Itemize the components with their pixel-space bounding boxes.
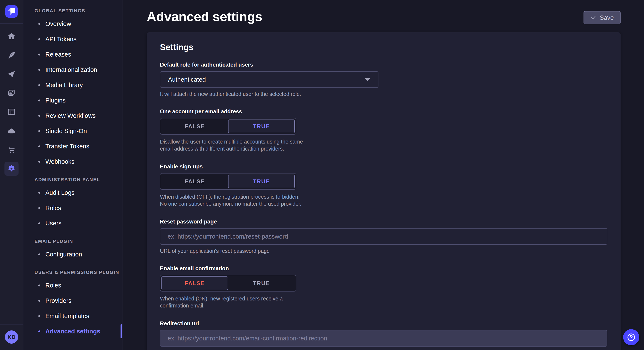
default-role-selected-value: Authenticated <box>168 76 206 83</box>
enable-signups-false-option[interactable]: FALSE <box>162 175 228 188</box>
sidebar-item-email-templates[interactable]: Email templates <box>34 308 122 324</box>
one-account-label: One account per email address <box>160 108 607 115</box>
home-icon[interactable] <box>7 32 16 41</box>
card-heading: Settings <box>160 42 607 52</box>
sidebar-item-releases[interactable]: Releases <box>34 47 122 62</box>
email-confirmation-toggle: FALSE TRUE <box>160 275 296 292</box>
field-email-confirmation: Enable email confirmation FALSE TRUE Whe… <box>160 265 607 309</box>
default-role-label: Default role for authenticated users <box>160 61 607 68</box>
app-window: KD GLOBAL SETTINGS Overview API Tokens R… <box>0 0 644 350</box>
gear-icon <box>7 164 16 173</box>
reset-password-hint: URL of your application's reset password… <box>160 248 607 254</box>
question-mark-icon <box>626 333 636 342</box>
bullet-icon <box>38 69 40 71</box>
enable-signups-toggle: FALSE TRUE <box>160 173 296 190</box>
sidebar-item-admin-roles[interactable]: Roles <box>34 200 122 216</box>
bullet-icon <box>38 300 40 302</box>
bullet-icon <box>38 23 40 25</box>
field-reset-password: Reset password page URL of your applicat… <box>160 218 607 254</box>
bullet-icon <box>38 285 40 286</box>
bullet-icon <box>38 115 40 117</box>
bullet-icon <box>38 331 40 332</box>
sidebar-item-internationalization[interactable]: Internationalization <box>34 62 122 77</box>
email-confirmation-description: When enabled (ON), new registered users … <box>160 295 307 309</box>
sidebar-item-advanced-settings[interactable]: Advanced settings <box>34 324 122 339</box>
sidebar-item-media-library[interactable]: Media Library <box>34 77 122 93</box>
logo-square <box>10 8 15 13</box>
bullet-icon <box>38 315 40 317</box>
email-confirmation-true-option[interactable]: TRUE <box>228 276 295 290</box>
bullet-icon <box>38 100 40 101</box>
icon-rail: KD <box>0 0 24 350</box>
sidebar-item-overview[interactable]: Overview <box>34 16 122 31</box>
enable-signups-label: Enable sign-ups <box>160 163 607 170</box>
sidebar-item-plugins[interactable]: Plugins <box>34 93 122 108</box>
cart-icon[interactable] <box>7 145 16 154</box>
active-item-indicator <box>120 324 122 338</box>
rail-icon-list <box>4 32 18 173</box>
bullet-icon <box>38 253 40 255</box>
strapi-logo[interactable] <box>5 5 18 18</box>
layout-icon[interactable] <box>7 107 16 116</box>
sidebar-item-api-tokens[interactable]: API Tokens <box>34 31 122 47</box>
enable-signups-description: When disabled (OFF), the registration pr… <box>160 193 307 207</box>
bullet-icon <box>38 38 40 40</box>
check-icon <box>590 15 596 21</box>
section-email-plugin: EMAIL PLUGIN <box>34 239 122 244</box>
one-account-toggle: FALSE TRUE <box>160 118 296 135</box>
field-redirection-url: Redirection url <box>160 320 607 347</box>
bullet-icon <box>38 130 40 132</box>
logo-triangle-left <box>8 8 10 11</box>
bullet-icon <box>38 84 40 86</box>
reset-password-label: Reset password page <box>160 218 607 225</box>
email-confirmation-label: Enable email confirmation <box>160 265 607 272</box>
email-confirmation-false-option[interactable]: FALSE <box>162 276 228 290</box>
section-administration-panel: ADMINISTRATION PANEL <box>34 177 122 182</box>
feather-icon[interactable] <box>7 51 16 59</box>
rail-item-settings[interactable] <box>4 162 18 176</box>
section-users-permissions-plugin: USERS & PERMISSIONS PLUGIN <box>34 270 122 275</box>
reset-password-input[interactable] <box>160 228 607 245</box>
rail-bottom: KD <box>0 325 23 350</box>
bullet-icon <box>38 192 40 194</box>
field-enable-signups: Enable sign-ups FALSE TRUE When disabled… <box>160 163 607 207</box>
help-button[interactable] <box>623 329 639 345</box>
bullet-icon <box>38 146 40 147</box>
field-one-account: One account per email address FALSE TRUE… <box>160 108 607 152</box>
rail-divider-bottom <box>0 325 23 325</box>
page-header: Advanced settings Save <box>122 0 644 24</box>
sidebar-item-review-workflows[interactable]: Review Workflows <box>34 108 122 123</box>
rail-divider-top <box>0 23 23 24</box>
enable-signups-true-option[interactable]: TRUE <box>228 175 295 188</box>
sidebar-item-up-roles[interactable]: Roles <box>34 278 122 293</box>
one-account-description: Disallow the user to create multiple acc… <box>160 138 307 152</box>
media-images-icon[interactable] <box>7 88 16 97</box>
logo-triangle-bottom <box>10 13 13 15</box>
sidebar-item-single-sign-on[interactable]: Single Sign-On <box>34 123 122 139</box>
sidebar-item-transfer-tokens[interactable]: Transfer Tokens <box>34 139 122 154</box>
bullet-icon <box>38 222 40 224</box>
one-account-true-option[interactable]: TRUE <box>228 120 295 133</box>
redirection-url-label: Redirection url <box>160 320 607 327</box>
field-default-role: Default role for authenticated users Aut… <box>160 61 607 97</box>
settings-sidebar: GLOBAL SETTINGS Overview API Tokens Rele… <box>24 0 122 350</box>
sidebar-item-admin-users[interactable]: Users <box>34 216 122 231</box>
default-role-hint: It will attach the new authenticated use… <box>160 91 607 97</box>
sidebar-item-webhooks[interactable]: Webhooks <box>34 154 122 169</box>
bullet-icon <box>38 161 40 163</box>
sidebar-item-providers[interactable]: Providers <box>34 293 122 308</box>
save-button[interactable]: Save <box>584 11 620 24</box>
one-account-false-option[interactable]: FALSE <box>162 120 228 133</box>
send-icon[interactable] <box>7 70 16 78</box>
sidebar-item-email-configuration[interactable]: Configuration <box>34 247 122 262</box>
main-content: Advanced settings Save Settings Default … <box>122 0 644 350</box>
user-avatar[interactable]: KD <box>5 331 18 344</box>
chevron-down-icon <box>365 78 370 81</box>
default-role-select[interactable]: Authenticated <box>160 71 378 88</box>
redirection-url-input[interactable] <box>160 330 607 347</box>
settings-card: Settings Default role for authenticated … <box>147 32 620 350</box>
bullet-icon <box>38 54 40 55</box>
sidebar-item-audit-logs[interactable]: Audit Logs <box>34 185 122 200</box>
save-button-label: Save <box>600 14 614 21</box>
cloud-icon[interactable] <box>7 126 16 135</box>
